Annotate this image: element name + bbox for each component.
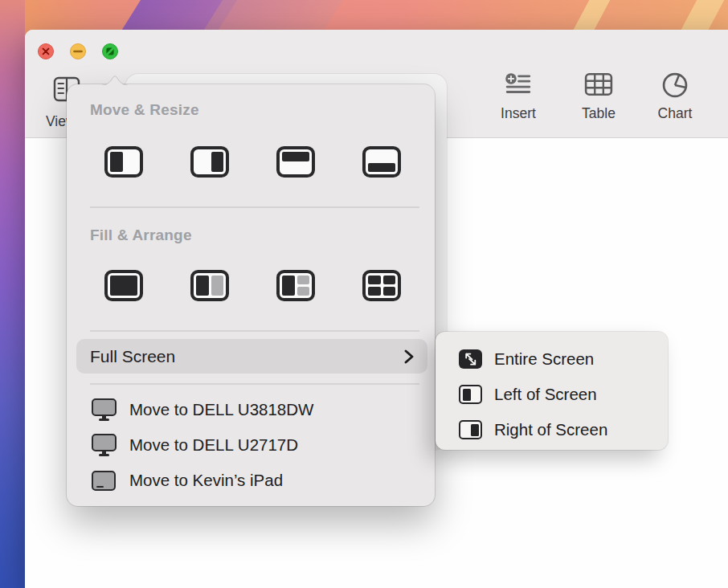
entire-screen-icon	[459, 349, 482, 369]
table-button-label: Table	[570, 105, 628, 122]
chart-icon	[661, 71, 689, 104]
insert-button[interactable]: Insert	[489, 71, 547, 134]
chevron-right-icon	[403, 348, 415, 365]
bottom-half-icon	[368, 163, 395, 173]
display-icon	[92, 434, 117, 456]
right-of-screen-item[interactable]: Right of Screen	[436, 412, 668, 447]
section-header-move-resize: Move & Resize	[90, 101, 199, 119]
screen: View Insert	[0, 0, 728, 588]
desktop-wallpaper-left	[0, 0, 25, 588]
quarter-icon	[368, 287, 381, 296]
move-to-display-1-item[interactable]: Move to DELL U3818DW	[67, 392, 435, 427]
zoom-button[interactable]	[102, 43, 118, 59]
right-half-icon	[211, 152, 224, 172]
arrange-quarter-icon	[297, 287, 310, 296]
full-screen-menu-item[interactable]: Full Screen	[76, 339, 427, 374]
tile-four-quarters-button[interactable]	[362, 270, 401, 301]
full-screen-label: Full Screen	[90, 347, 175, 366]
divider	[90, 383, 419, 385]
entire-screen-label: Entire Screen	[494, 349, 594, 369]
move-to-label: Move to Kevin’s iPad	[129, 471, 283, 490]
move-to-list: Move to DELL U3818DW Move to DELL U2717D…	[67, 392, 435, 498]
move-resize-tiles	[67, 146, 435, 178]
table-icon	[584, 71, 613, 104]
move-to-label: Move to DELL U2717D	[129, 435, 298, 455]
chart-button[interactable]: Chart	[646, 71, 704, 134]
move-to-ipad-item[interactable]: Move to Kevin’s iPad	[67, 463, 435, 498]
divider	[90, 206, 419, 208]
left-of-screen-item[interactable]: Left of Screen	[436, 377, 668, 412]
ipad-icon	[92, 471, 116, 491]
window-tiling-popover: Move & Resize Fill & Arrange	[67, 84, 435, 506]
right-of-screen-icon	[459, 420, 482, 439]
chart-button-label: Chart	[646, 105, 704, 122]
quarter-icon	[383, 276, 396, 284]
entire-screen-item[interactable]: Entire Screen	[436, 341, 668, 377]
close-icon	[38, 43, 54, 59]
display-icon	[92, 398, 117, 421]
zoom-fullscreen-icon	[102, 43, 118, 59]
tile-bottom-half-button[interactable]	[362, 146, 401, 178]
left-half-icon	[110, 152, 123, 172]
close-button[interactable]	[38, 43, 54, 59]
tile-left-quarters-arrange-button[interactable]	[276, 270, 315, 301]
tile-right-half-button[interactable]	[190, 146, 229, 178]
move-to-label: Move to DELL U3818DW	[129, 400, 313, 419]
arrange-left-icon	[196, 276, 209, 296]
insert-button-label: Insert	[489, 105, 547, 122]
quarter-icon	[368, 276, 381, 284]
section-header-fill-arrange: Fill & Arrange	[90, 227, 192, 244]
left-of-screen-label: Left of Screen	[494, 385, 597, 404]
view-button-label: View	[46, 113, 68, 133]
fill-arrange-tiles	[67, 270, 435, 302]
insert-icon	[505, 71, 532, 104]
divider	[90, 330, 419, 332]
right-of-screen-label: Right of Screen	[494, 420, 607, 439]
arrange-quarter-icon	[297, 276, 310, 284]
full-screen-submenu: Entire Screen Left of Screen Right of Sc…	[436, 332, 668, 450]
quarter-icon	[383, 287, 396, 296]
tile-left-half-button[interactable]	[104, 146, 143, 178]
popover-arrow	[102, 74, 128, 85]
tile-left-right-arrange-button[interactable]	[190, 270, 229, 301]
tile-top-half-button[interactable]	[276, 146, 315, 178]
minimize-icon	[70, 43, 86, 59]
left-of-screen-icon	[459, 385, 482, 404]
fill-screen-icon	[110, 276, 137, 296]
move-to-display-2-item[interactable]: Move to DELL U2717D	[67, 427, 435, 463]
tile-fill-screen-button[interactable]	[104, 270, 143, 301]
top-half-icon	[282, 152, 309, 161]
arrange-right-icon	[211, 276, 224, 296]
table-button[interactable]: Table	[570, 71, 628, 134]
arrange-left-icon	[282, 276, 295, 296]
minimize-button[interactable]	[70, 43, 86, 59]
